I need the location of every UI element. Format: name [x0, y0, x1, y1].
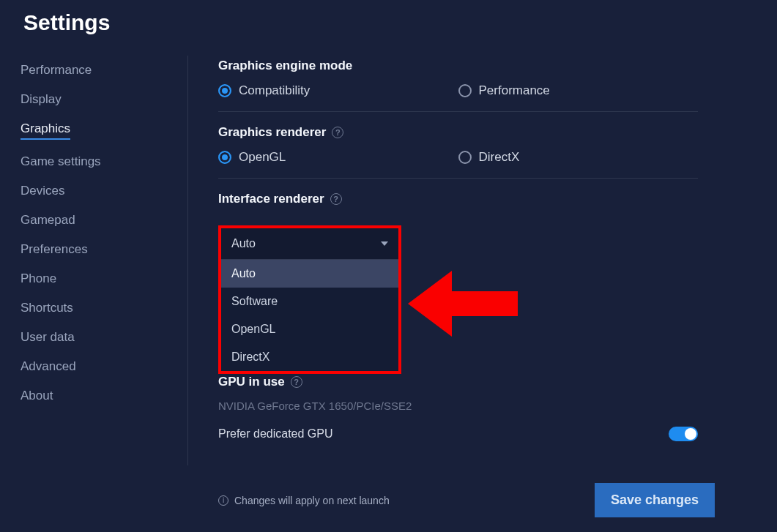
- sidebar-item-preferences[interactable]: Preferences: [21, 242, 88, 257]
- divider: [218, 111, 698, 112]
- gpu-section: GPU in use ? NVIDIA GeForce GTX 1650/PCI…: [218, 375, 698, 441]
- help-icon[interactable]: ?: [332, 127, 343, 138]
- sidebar-item-advanced[interactable]: Advanced: [21, 359, 76, 374]
- chevron-down-icon: [381, 241, 388, 246]
- section-title-engine-mode: Graphics engine mode: [218, 59, 720, 73]
- sidebar-item-performance[interactable]: Performance: [21, 63, 92, 78]
- sidebar-item-phone[interactable]: Phone: [21, 271, 56, 286]
- graphics-panel: Graphics engine mode Compatibility Perfo…: [218, 59, 720, 217]
- footer: i Changes will apply on next launch Save…: [218, 483, 715, 517]
- graphics-renderer-radio-group: OpenGL DirectX: [218, 150, 698, 165]
- annotation-arrow-icon: [408, 263, 525, 344]
- gpu-value: NVIDIA GeForce GTX 1650/PCIe/SSE2: [218, 400, 698, 412]
- dropdown-option-opengl[interactable]: OpenGL: [221, 315, 398, 343]
- gpu-in-use-label: GPU in use: [218, 375, 285, 389]
- section-title-graphics-renderer: Graphics renderer ?: [218, 125, 720, 140]
- dropdown-option-software[interactable]: Software: [221, 288, 398, 315]
- sidebar-item-game-settings[interactable]: Game settings: [21, 154, 101, 169]
- interface-renderer-label: Interface renderer: [218, 192, 324, 206]
- sidebar-item-display[interactable]: Display: [21, 92, 62, 107]
- divider-vertical: [187, 56, 188, 465]
- radio-label: DirectX: [479, 150, 520, 165]
- dropdown-selected-label: Auto: [231, 237, 256, 250]
- prefer-gpu-toggle[interactable]: [669, 427, 698, 441]
- sidebar-item-about[interactable]: About: [21, 389, 53, 403]
- settings-sidebar: Performance Display Graphics Game settin…: [21, 63, 167, 403]
- radio-label: Compatibility: [239, 83, 310, 98]
- sidebar-item-shortcuts[interactable]: Shortcuts: [21, 301, 73, 315]
- radio-selected-icon: [218, 151, 231, 164]
- page-title: Settings: [23, 10, 110, 35]
- prefer-gpu-label: Prefer dedicated GPU: [218, 427, 333, 441]
- section-title-interface-renderer: Interface renderer ?: [218, 192, 720, 206]
- radio-directx[interactable]: DirectX: [458, 150, 699, 165]
- dropdown-option-auto[interactable]: Auto: [221, 260, 398, 288]
- graphics-renderer-label: Graphics renderer: [218, 125, 326, 140]
- svg-marker-0: [408, 271, 518, 337]
- notice: i Changes will apply on next launch: [218, 495, 390, 506]
- interface-renderer-dropdown: Auto Auto Software OpenGL DirectX: [218, 225, 401, 374]
- help-icon[interactable]: ?: [330, 193, 342, 205]
- sidebar-item-user-data[interactable]: User data: [21, 330, 75, 345]
- sidebar-item-graphics[interactable]: Graphics: [21, 121, 70, 140]
- radio-unselected-icon: [458, 84, 472, 97]
- radio-label: OpenGL: [239, 150, 286, 165]
- section-title-gpu: GPU in use ?: [218, 375, 698, 389]
- info-icon: i: [218, 495, 228, 506]
- save-button[interactable]: Save changes: [595, 483, 715, 517]
- radio-selected-icon: [218, 84, 231, 97]
- help-icon[interactable]: ?: [291, 376, 302, 388]
- sidebar-item-gamepad[interactable]: Gamepad: [21, 213, 75, 228]
- divider: [218, 178, 698, 179]
- radio-compatibility[interactable]: Compatibility: [218, 83, 458, 98]
- radio-unselected-icon: [458, 151, 472, 164]
- sidebar-item-devices[interactable]: Devices: [21, 184, 64, 198]
- dropdown-option-directx[interactable]: DirectX: [221, 343, 398, 371]
- engine-mode-radio-group: Compatibility Performance: [218, 83, 698, 98]
- engine-mode-label: Graphics engine mode: [218, 59, 352, 73]
- notice-text: Changes will apply on next launch: [234, 495, 390, 506]
- prefer-gpu-row: Prefer dedicated GPU: [218, 427, 698, 441]
- radio-opengl[interactable]: OpenGL: [218, 150, 458, 165]
- radio-label: Performance: [479, 83, 550, 98]
- radio-performance[interactable]: Performance: [458, 83, 699, 98]
- dropdown-selected[interactable]: Auto: [221, 228, 398, 260]
